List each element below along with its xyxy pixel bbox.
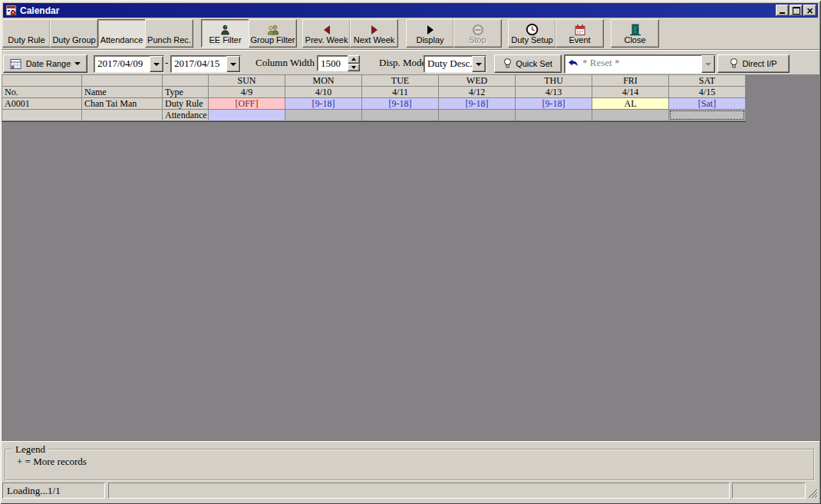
door-icon: [612, 23, 658, 36]
duty-rule-button[interactable]: Duty Rule: [2, 19, 51, 48]
prev-week-button[interactable]: Prev. Week: [302, 19, 351, 48]
column-width-label: Column Width: [256, 57, 315, 69]
duty-cell-wed[interactable]: [9-18]: [439, 98, 515, 109]
next-week-button[interactable]: Next Week: [350, 19, 398, 48]
toolbar: Duty Rule Duty Group Attendance Punch Re…: [2, 18, 819, 49]
ee-filter-button[interactable]: EE Filter: [201, 19, 249, 48]
column-width-stepper: [348, 55, 360, 71]
chevron-down-icon: [153, 63, 160, 66]
date-to-value: 2017/04/15: [171, 56, 226, 72]
attendance-cell-mon[interactable]: [285, 110, 361, 120]
minimize-button[interactable]: [776, 5, 789, 16]
duty-group-button[interactable]: Duty Group: [50, 19, 98, 48]
attendance-cell-sat-selected[interactable]: [669, 110, 745, 120]
chevron-down-icon: [476, 63, 482, 66]
chevron-down-icon: [230, 63, 236, 66]
app-icon: [5, 5, 17, 16]
stop-icon: [454, 23, 501, 36]
day-header-cell: THU: [516, 75, 592, 86]
date-from-dropdown-button[interactable]: [150, 56, 163, 72]
row-type-cell: Duty Rule: [163, 98, 208, 109]
chevron-down-icon: [705, 63, 711, 66]
client-area: SUN MON TUE WED THU FRI SAT No. Name Typ…: [2, 74, 819, 441]
type-header-cell: Type: [163, 87, 208, 97]
close-button[interactable]: Close: [611, 19, 659, 48]
duty-cell-sat[interactable]: [Sat]: [669, 98, 745, 109]
date-header-cell: 4/10: [285, 87, 361, 97]
app-window: Calendar × Duty Rule Duty Group Attendan…: [0, 0, 821, 504]
event-button[interactable]: Event: [556, 19, 604, 48]
date-range-calendar-icon: [10, 58, 22, 70]
legend-text: + = More records: [17, 456, 87, 468]
display-button[interactable]: Display: [406, 19, 454, 48]
duty-cell-sun[interactable]: [OFF]: [209, 98, 285, 109]
employee-name-cell[interactable]: Chan Tai Man: [82, 98, 162, 109]
spin-down-button[interactable]: [348, 64, 360, 72]
undo-arrow-icon: [567, 58, 579, 68]
group-filter-button[interactable]: Group Filter: [249, 19, 297, 48]
attendance-cell-wed[interactable]: [439, 110, 515, 120]
clock-icon: [509, 23, 556, 36]
no-header-cell: No.: [2, 87, 81, 97]
maximize-icon: [793, 7, 800, 15]
date-range-button[interactable]: Date Range: [3, 54, 87, 73]
date-to-combo[interactable]: 2017/04/15: [170, 55, 241, 73]
stop-button: Stop: [453, 19, 502, 48]
right-triangle-icon: [351, 23, 397, 36]
close-window-button[interactable]: ×: [803, 5, 816, 16]
direct-ip-button[interactable]: Direct I/P: [717, 54, 790, 73]
corner-cell: [163, 75, 208, 86]
date-to-dropdown-button[interactable]: [226, 56, 240, 72]
spin-up-button[interactable]: [348, 55, 360, 64]
attendance-cell-thu[interactable]: [516, 110, 592, 120]
left-triangle-icon: [303, 23, 350, 36]
resize-grip[interactable]: [808, 489, 818, 499]
attendance-cell-fri[interactable]: [592, 110, 668, 120]
range-separator: -: [165, 57, 168, 69]
day-header-cell: MON: [285, 75, 361, 86]
duty-cell-tue[interactable]: [9-18]: [362, 98, 438, 109]
date-from-value: 2017/04/09: [94, 56, 150, 72]
punch-rec-button[interactable]: Punch Rec.: [145, 19, 193, 48]
attendance-cell-sun[interactable]: [209, 110, 285, 120]
maximize-button[interactable]: [790, 5, 803, 16]
titlebar[interactable]: Calendar ×: [3, 3, 818, 18]
name-header-cell: Name: [82, 87, 162, 97]
close-icon: ×: [806, 7, 813, 15]
duty-cell-thu[interactable]: [9-18]: [516, 98, 592, 109]
filter-bar: Date Range 2017/04/09 - 2017/04/15 Colum…: [2, 49, 819, 75]
status-panel-extra: [732, 483, 806, 499]
duty-cell-fri[interactable]: AL: [592, 98, 668, 109]
date-header-cell: 4/14: [592, 87, 668, 97]
lightbulb-icon: [730, 58, 738, 70]
day-header-cell: WED: [439, 75, 515, 86]
legend-title: Legend: [12, 443, 48, 456]
status-panel-loading: Loading...1/1: [2, 483, 105, 499]
quick-set-button[interactable]: Quick Set: [494, 54, 562, 73]
corner-cell: [2, 75, 81, 86]
employee-name-cell: [82, 110, 162, 120]
attendance-cell-tue[interactable]: [362, 110, 438, 120]
up-arrow-icon: [351, 58, 356, 61]
duty-setup-button[interactable]: Duty Setup: [508, 19, 556, 48]
disp-mode-label: Disp. Mode: [379, 57, 426, 69]
play-icon: [407, 23, 453, 36]
event-calendar-icon: [556, 23, 603, 36]
preset-dropdown-button[interactable]: [701, 55, 715, 73]
row-type-cell: Attendance: [163, 110, 208, 120]
date-header-cell: 4/12: [439, 87, 515, 97]
attendance-button[interactable]: Attendance: [97, 19, 146, 48]
employee-no-cell[interactable]: A0001: [2, 98, 81, 109]
duty-cell-mon[interactable]: [9-18]: [285, 98, 361, 109]
date-header-cell: 4/13: [516, 87, 592, 97]
disp-mode-dropdown-button[interactable]: [472, 56, 486, 72]
column-width-input[interactable]: [317, 55, 349, 71]
minimize-icon: [780, 12, 785, 14]
quick-set-preset-combo[interactable]: * Reset *: [564, 54, 716, 74]
employee-no-cell: [2, 110, 81, 120]
day-header-cell: SAT: [669, 75, 745, 86]
calendar-grid: SUN MON TUE WED THU FRI SAT No. Name Typ…: [2, 74, 746, 122]
disp-mode-select[interactable]: Duty Desc.: [424, 55, 486, 73]
window-title: Calendar: [20, 5, 775, 16]
date-from-combo[interactable]: 2017/04/09: [94, 55, 164, 73]
